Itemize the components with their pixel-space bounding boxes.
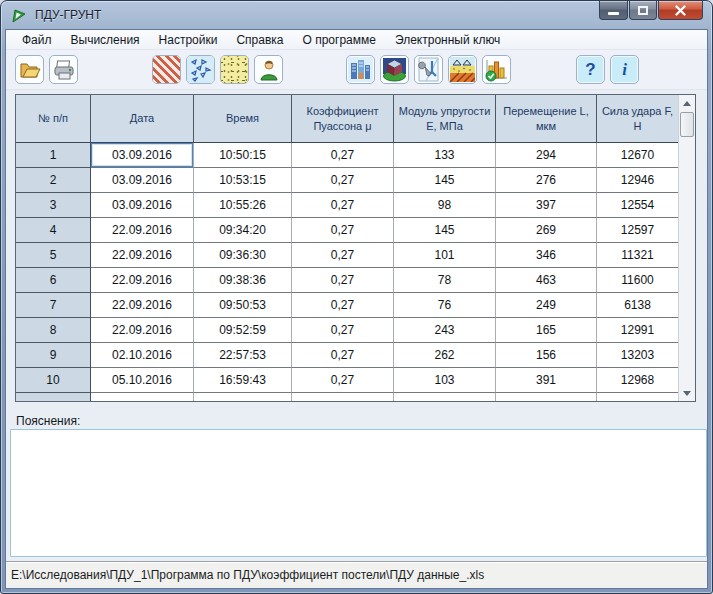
table-cell[interactable]: 09:34:20 (194, 218, 292, 243)
table-cell[interactable]: 12946 (597, 168, 679, 193)
table-cell[interactable]: 76 (394, 293, 496, 318)
notes-textarea[interactable] (10, 429, 707, 557)
table-cell[interactable]: 03.09.2016 (91, 168, 194, 193)
row-header-cell[interactable]: 3 (16, 193, 91, 218)
table-cell[interactable]: 294 (496, 143, 597, 168)
row-header-cell[interactable]: 10 (16, 368, 91, 393)
table-cell[interactable]: 22.09.2016 (91, 293, 194, 318)
row-header-cell[interactable]: 7 (16, 293, 91, 318)
row-header-cell[interactable]: 8 (16, 318, 91, 343)
table-cell[interactable]: 249 (496, 293, 597, 318)
table-cell[interactable]: 10:55:26 (194, 193, 292, 218)
column-header-3[interactable]: Коэффициент Пуассона μ (292, 95, 394, 143)
table-cell[interactable]: 165 (496, 318, 597, 343)
wrench-settings-icon[interactable] (414, 55, 443, 84)
table-cell[interactable]: 133 (394, 143, 496, 168)
table-cell[interactable]: 10:53:15 (194, 168, 292, 193)
table-cell[interactable]: 12554 (597, 193, 679, 218)
table-cell[interactable]: 03.09.2016 (91, 143, 194, 168)
row-header-cell[interactable]: 6 (16, 268, 91, 293)
city-buildings-icon[interactable] (346, 55, 375, 84)
table-cell[interactable]: 145 (394, 218, 496, 243)
table-cell[interactable]: 11600 (597, 268, 679, 293)
table-cell[interactable]: 09:38:36 (194, 268, 292, 293)
close-button[interactable] (658, 1, 703, 20)
column-header-2[interactable]: Время (194, 95, 292, 143)
table-cell[interactable]: 103 (394, 368, 496, 393)
gravel-material-icon[interactable] (186, 55, 215, 84)
table-cell[interactable]: 101 (394, 243, 496, 268)
soil-layers-icon[interactable] (448, 55, 477, 84)
table-cell[interactable]: 391 (496, 368, 597, 393)
menu-item-2[interactable]: Настройки (154, 31, 223, 49)
table-cell[interactable]: 397 (496, 193, 597, 218)
table-cell[interactable]: 0,27 (292, 143, 394, 168)
table-cell[interactable]: 98 (394, 193, 496, 218)
info-icon[interactable]: i (610, 55, 639, 84)
table-cell[interactable]: 22.09.2016 (91, 318, 194, 343)
scroll-down-button[interactable] (679, 385, 695, 401)
table-cell[interactable]: 16:59:43 (194, 368, 292, 393)
column-header-0[interactable]: № п/п (16, 95, 91, 143)
table-cell[interactable]: 0,27 (292, 343, 394, 368)
table-cell[interactable]: 22.09.2016 (91, 243, 194, 268)
print-icon[interactable] (49, 55, 78, 84)
table-cell[interactable]: 12968 (597, 368, 679, 393)
table-cell[interactable]: 0,27 (292, 268, 394, 293)
table-cell[interactable]: 262 (394, 343, 496, 368)
row-header-cell[interactable]: 1 (16, 143, 91, 168)
table-cell[interactable]: 02.10.2016 (91, 343, 194, 368)
scrollbar-thumb[interactable] (680, 112, 694, 137)
scroll-up-button[interactable] (679, 95, 695, 111)
table-cell[interactable]: 0,27 (292, 243, 394, 268)
table-cell[interactable]: 0,27 (292, 293, 394, 318)
table-cell[interactable]: 346 (496, 243, 597, 268)
table-cell[interactable]: 13203 (597, 343, 679, 368)
column-header-4[interactable]: Модуль упругости Е, МПа (394, 95, 496, 143)
vertical-scrollbar[interactable] (678, 95, 695, 401)
red-hatch-material-icon[interactable] (152, 55, 181, 84)
user-icon[interactable] (254, 55, 283, 84)
table-cell[interactable]: 12991 (597, 318, 679, 343)
table-cell[interactable]: 10:50:15 (194, 143, 292, 168)
column-header-6[interactable]: Сила удара F, Н (597, 95, 679, 143)
menu-item-5[interactable]: Электронный ключ (390, 31, 505, 49)
menu-item-1[interactable]: Вычисления (66, 31, 145, 49)
table-cell[interactable]: 243 (394, 318, 496, 343)
column-header-1[interactable]: Дата (91, 95, 194, 143)
table-cell[interactable]: 22:57:53 (194, 343, 292, 368)
table-cell[interactable]: 0,27 (292, 218, 394, 243)
table-cell[interactable]: 09:36:30 (194, 243, 292, 268)
table-cell[interactable]: 22.09.2016 (91, 268, 194, 293)
table-cell[interactable]: 145 (394, 168, 496, 193)
chart-results-icon[interactable] (482, 55, 511, 84)
table-cell[interactable]: 09:50:53 (194, 293, 292, 318)
table-cell[interactable]: 03.09.2016 (91, 193, 194, 218)
table-cell[interactable]: 11321 (597, 243, 679, 268)
table-cell[interactable]: 05.10.2016 (91, 368, 194, 393)
table-cell[interactable]: 0,27 (292, 193, 394, 218)
sand-material-icon[interactable] (220, 55, 249, 84)
menu-item-4[interactable]: О программе (298, 31, 381, 49)
table-cell[interactable]: 0,27 (292, 168, 394, 193)
table-cell[interactable]: 463 (496, 268, 597, 293)
maximize-button[interactable] (629, 1, 657, 20)
minimize-button[interactable] (599, 1, 628, 20)
row-header-cell[interactable]: 9 (16, 343, 91, 368)
table-cell[interactable]: 12670 (597, 143, 679, 168)
table-cell[interactable]: 09:52:59 (194, 318, 292, 343)
open-folder-icon[interactable] (15, 55, 44, 84)
table-cell[interactable]: 22.09.2016 (91, 218, 194, 243)
menu-item-3[interactable]: Справка (231, 31, 288, 49)
table-cell[interactable]: 156 (496, 343, 597, 368)
table-cell[interactable]: 6138 (597, 293, 679, 318)
table-cell[interactable]: 12597 (597, 218, 679, 243)
table-cell[interactable]: 276 (496, 168, 597, 193)
row-header-cell[interactable]: 2 (16, 168, 91, 193)
row-header-cell[interactable]: 4 (16, 218, 91, 243)
table-cell[interactable]: 0,27 (292, 368, 394, 393)
row-header-cell[interactable]: 5 (16, 243, 91, 268)
table-cell[interactable]: 269 (496, 218, 597, 243)
table-cell[interactable]: 78 (394, 268, 496, 293)
help-icon[interactable]: ? (576, 55, 605, 84)
